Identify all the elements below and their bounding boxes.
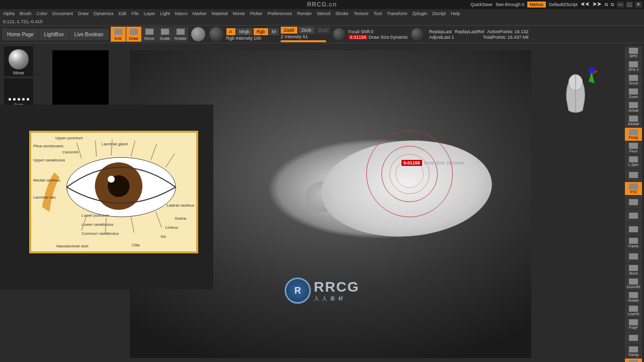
draw-mode-button[interactable]: Draw xyxy=(126,27,141,42)
ref-limbus: Limbus xyxy=(165,225,178,230)
rail-label: Rotate xyxy=(628,299,639,302)
menu-zscript[interactable]: Zscript xyxy=(432,11,446,16)
mrgb-chip[interactable]: Mrgb xyxy=(236,28,253,35)
rail-scroll[interactable]: Scroll xyxy=(625,73,642,86)
menu-stroke[interactable]: Stroke xyxy=(336,11,349,16)
menu-help[interactable]: Help xyxy=(451,11,460,16)
minimize-icon[interactable]: — xyxy=(617,2,624,8)
menu-zplugin[interactable]: Zplugin xyxy=(413,11,428,16)
adjust-last-label[interactable]: AdjustLast 1 xyxy=(429,35,454,40)
home-page-tab[interactable]: Home Page xyxy=(2,29,39,40)
focal-shift-value[interactable]: 0 xyxy=(371,29,373,34)
rail-spix-3[interactable]: SPix 3 xyxy=(625,60,642,73)
rail-frame[interactable]: Frame xyxy=(625,236,642,249)
rail-bpr[interactable]: BPR xyxy=(625,46,642,59)
arrow-right-icon[interactable]: ⮞⮞ xyxy=(593,2,602,7)
rail-move[interactable]: Move xyxy=(625,263,642,277)
default-zscript-button[interactable]: DefaultZScript xyxy=(549,2,578,7)
draw-size-value[interactable]: 9.01158 xyxy=(348,35,368,40)
close-icon[interactable]: ✕ xyxy=(635,2,642,8)
menus-button[interactable]: Menus xyxy=(527,2,546,8)
rail-polyf[interactable]: PolyF xyxy=(625,318,642,331)
rail-btn13[interactable] xyxy=(625,223,642,236)
stroke-slot[interactable]: Dots xyxy=(4,78,33,109)
lightbox-tab[interactable]: LightBox xyxy=(39,29,69,40)
brush-slot[interactable]: Move xyxy=(4,46,33,76)
rail-btn11[interactable] xyxy=(625,196,642,209)
rail-zoom[interactable]: Zoom xyxy=(625,87,642,100)
subtool-preview[interactable] xyxy=(52,50,109,105)
menu-marker[interactable]: Marker xyxy=(193,11,207,16)
replay-last-button[interactable]: ReplayLast xyxy=(429,29,452,34)
menu-stencil[interactable]: Stencil xyxy=(317,11,331,16)
menu-color[interactable]: Color xyxy=(37,11,48,16)
rail-linefill[interactable]: LineFill xyxy=(625,304,642,317)
rail-transp[interactable]: Transp xyxy=(625,345,642,358)
rgb-intensity-value[interactable]: 100 xyxy=(254,36,261,41)
rail-icon xyxy=(629,61,638,67)
menu-picker[interactable]: Picker xyxy=(250,11,263,16)
menu-document[interactable]: Document xyxy=(52,11,73,16)
menu-layer[interactable]: Layer xyxy=(144,11,155,16)
ref-upper-punctum: Upper punctum xyxy=(55,136,83,140)
replay-last-rel-button[interactable]: ReplayLastRel xyxy=(455,29,485,34)
d-curve-button[interactable] xyxy=(411,28,423,40)
menu-material[interactable]: Material xyxy=(212,11,228,16)
rail-btn21[interactable] xyxy=(625,331,642,344)
menu-preferences[interactable]: Preferences xyxy=(268,11,292,16)
z-intensity-slider[interactable] xyxy=(281,40,326,42)
rail-aahalf[interactable]: AAHalf xyxy=(625,114,642,127)
rail-btn9[interactable] xyxy=(625,168,642,182)
rail-zoom3d[interactable]: Zoom3D xyxy=(625,277,642,290)
rgb-chip[interactable]: Rgb xyxy=(254,28,268,35)
rail-btn15[interactable] xyxy=(625,250,642,263)
menu-draw[interactable]: Draw xyxy=(78,11,89,16)
ref-lower-punctum: Lower punctum xyxy=(82,213,109,218)
edit-mode-button[interactable]: Edit xyxy=(111,27,126,42)
menu-file[interactable]: File xyxy=(131,11,139,16)
z-intensity-value[interactable]: 51 xyxy=(303,34,308,39)
gizmo-button[interactable] xyxy=(191,27,205,41)
seethrough-label[interactable]: See-through 0 xyxy=(496,2,524,7)
sculptris-button[interactable] xyxy=(209,27,223,41)
move-mode-button[interactable]: Move xyxy=(142,27,157,42)
watermark-sub: 人人素材 xyxy=(314,295,359,302)
menu-light[interactable]: Light xyxy=(160,11,170,16)
menu-dynamics[interactable]: Dynamics xyxy=(94,11,114,16)
rail-xyz[interactable]: XYZ xyxy=(625,182,642,195)
camera-gizmo[interactable] xyxy=(553,60,598,117)
m-chip[interactable]: M xyxy=(269,28,279,35)
rail-actual[interactable]: Actual xyxy=(625,101,642,114)
menu-transform[interactable]: Transform xyxy=(387,11,408,16)
layout-icon[interactable]: ⧉ xyxy=(605,2,608,8)
live-boolean-tab[interactable]: Live Boolean xyxy=(69,29,109,40)
maximize-icon[interactable]: ▢ xyxy=(626,2,633,8)
arrow-left-icon[interactable]: ⮜⮜ xyxy=(581,2,590,7)
rail-l-sym[interactable]: L.Sym xyxy=(625,155,642,168)
menu-alpha[interactable]: Alpha xyxy=(3,11,15,16)
mrgb-a-chip[interactable]: A xyxy=(226,28,235,35)
dynamic-label[interactable]: Dynamic xyxy=(390,35,408,40)
menu-tool[interactable]: Tool xyxy=(373,11,382,16)
rail-rotate[interactable]: Rotate xyxy=(625,291,642,304)
rail-ghost[interactable]: Ghost xyxy=(625,358,642,362)
zadd-chip[interactable]: Zadd xyxy=(281,27,297,34)
rotate-mode-button[interactable]: Rotate xyxy=(173,27,188,42)
menu-brush[interactable]: Brush xyxy=(20,11,32,16)
active-points-label: ActivePoints: 16.132 xyxy=(487,29,528,34)
menu-render[interactable]: Render xyxy=(297,11,312,16)
menu-movie[interactable]: Movie xyxy=(233,11,245,16)
draw-size-label: Draw Size xyxy=(369,35,389,40)
rail-floor[interactable]: Floor xyxy=(625,141,642,154)
zcut-chip[interactable]: Zcut xyxy=(315,27,331,34)
menu-edit[interactable]: Edit xyxy=(119,11,127,16)
menu-texture[interactable]: Texture xyxy=(354,11,369,16)
quicksave-button[interactable]: QuickSave xyxy=(470,2,493,7)
s-curve-button[interactable] xyxy=(333,28,345,40)
layout2-icon[interactable]: ⧉ xyxy=(611,2,614,8)
rail-btn12[interactable] xyxy=(625,209,642,222)
menu-macro[interactable]: Macro xyxy=(175,11,188,16)
zsub-chip[interactable]: Zsub xyxy=(298,27,314,34)
scale-mode-button[interactable]: Scale xyxy=(157,27,173,42)
rail-persp[interactable]: Persp xyxy=(625,128,642,141)
